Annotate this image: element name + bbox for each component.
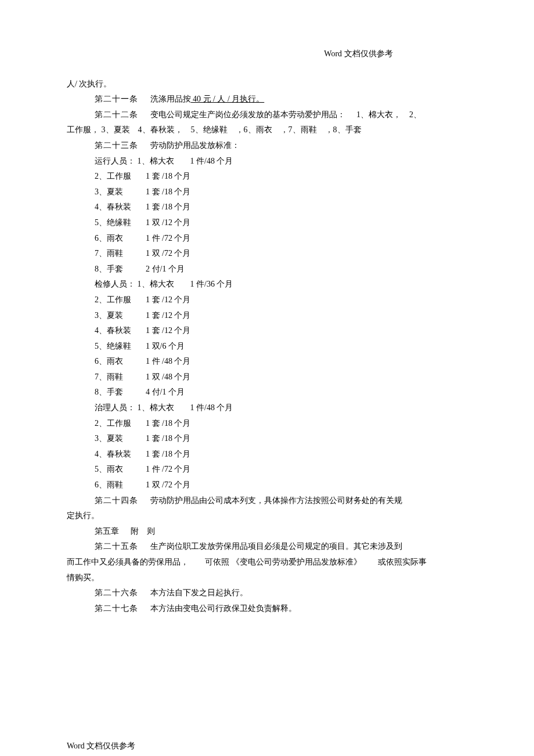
list-item: 2、工作服1 套 /12 个月 xyxy=(67,292,476,308)
item-name: 5、绝缘鞋 xyxy=(95,339,146,355)
item-qty: 1 套 /18 个月 xyxy=(146,200,190,215)
list-item: 4、春秋装1 套 /12 个月 xyxy=(67,323,476,339)
article-23: 第二十三条 劳动防护用品发放标准： xyxy=(67,138,476,154)
item-qty: 1 套 /18 个月 xyxy=(146,447,190,462)
article-number: 第二十四条 xyxy=(95,493,148,509)
item-name: 2、工作服 xyxy=(95,416,146,432)
list-item: 8、手套2 付/1 个月 xyxy=(67,262,476,277)
list-item: 6、雨衣1 件 /48 个月 xyxy=(67,354,476,370)
item-qty: 1 双 /72 个月 xyxy=(146,246,190,262)
item-qty: 1 套 /12 个月 xyxy=(146,308,190,324)
item-qty: 1 双 /12 个月 xyxy=(146,215,190,231)
article-text: 本方法自下发之日起执行。 xyxy=(150,588,248,597)
article-text-prefix: 洗涤用品按 xyxy=(150,95,191,103)
prev-line-continuation: 人/ 次执行。 xyxy=(67,77,476,92)
page-header: Word 文档仅供参考 xyxy=(67,46,476,62)
list-item: 3、夏装1 套 /18 个月 xyxy=(67,185,476,200)
list-item: 3、夏装1 套 /18 个月 xyxy=(67,431,476,447)
list-item: 6、雨衣1 件 /72 个月 xyxy=(67,231,476,247)
item-name: 5、绝缘鞋 xyxy=(95,215,146,231)
article-items-tail: 1、棉大衣， 2、 xyxy=(356,110,421,119)
document-page: Word 文档仅供参考 人/ 次执行。 第二十一条 洗涤用品按 40 元 / 人… xyxy=(0,0,534,756)
item-qty: 1 双 /48 个月 xyxy=(146,370,190,385)
list-item: 5、雨衣1 件 /72 个月 xyxy=(67,462,476,478)
item-name: 3、夏装 xyxy=(95,185,146,200)
item-name: 3、夏装 xyxy=(95,308,146,324)
list-item: 8、手套4 付/1 个月 xyxy=(67,385,476,400)
article-number: 第二十七条 xyxy=(95,601,148,617)
article-text: 本方法由变电公司行政保卫处负责解释。 xyxy=(150,604,297,613)
list-item: 5、绝缘鞋1 双/6 个月 xyxy=(67,339,476,355)
chapter-title: 附 则 xyxy=(131,527,155,536)
article-text: 劳动防护用品由公司成本列支，具体操作方法按照公司财务处的有关规 xyxy=(150,496,402,505)
item-name: 8、手套 xyxy=(95,385,146,400)
item-qty: 1 套 /12 个月 xyxy=(146,292,190,308)
page-footer: Word 文档仅供参考 xyxy=(67,739,135,754)
group-title-management: 治理人员： 1、棉大衣 1 件/48 个月 xyxy=(67,400,476,416)
item-name: 5、雨衣 xyxy=(95,462,146,478)
list-item: 2、工作服1 套 /18 个月 xyxy=(67,416,476,432)
article-22: 第二十二条 变电公司规定生产岗位必须发放的基本劳动爱护用品： 1、棉大衣， 2、 xyxy=(67,107,476,123)
item-name: 4、春秋装 xyxy=(95,323,146,339)
item-qty: 1 件 /72 个月 xyxy=(146,231,190,247)
item-qty: 4 付/1 个月 xyxy=(146,385,185,400)
list-item: 2、工作服1 套 /18 个月 xyxy=(67,169,476,185)
list-item: 4、春秋装1 套 /18 个月 xyxy=(67,447,476,462)
article-27: 第二十七条 本方法由变电公司行政保卫处负责解释。 xyxy=(67,601,476,617)
item-qty: 1 件 /48 个月 xyxy=(146,354,190,370)
article-number: 第二十六条 xyxy=(95,585,148,601)
group-title-maintenance: 检修人员： 1、棉大衣 1 件/36 个月 xyxy=(67,277,476,292)
item-name: 2、工作服 xyxy=(95,169,146,185)
group-title-operation: 运行人员： 1、棉大衣 1 件/48 个月 xyxy=(67,154,476,169)
item-qty: 1 件 /72 个月 xyxy=(146,462,190,478)
chapter-number: 第五章 xyxy=(95,527,119,536)
article-26: 第二十六条 本方法自下发之日起执行。 xyxy=(67,585,476,601)
item-qty: 2 付/1 个月 xyxy=(146,262,185,277)
article-25-cont2: 情购买。 xyxy=(67,570,476,586)
chapter-5: 第五章 附 则 xyxy=(67,524,476,540)
item-qty: 1 双/6 个月 xyxy=(146,339,185,355)
article-text: 劳动防护用品发放标准： xyxy=(150,141,240,150)
article-25: 第二十五条 生产岗位职工发放劳保用品项目必须是公司规定的项目。其它未涉及到 xyxy=(67,539,476,555)
article-21: 第二十一条 洗涤用品按 40 元 / 人 / 月执行。 xyxy=(67,92,476,107)
item-name: 2、工作服 xyxy=(95,292,146,308)
article-text: 生产岗位职工发放劳保用品项目必须是公司规定的项目。其它未涉及到 xyxy=(150,542,402,551)
item-name: 6、雨衣 xyxy=(95,231,146,247)
list-item: 7、雨鞋1 双 /48 个月 xyxy=(67,370,476,385)
article-number: 第二十一条 xyxy=(95,92,148,107)
item-name: 6、雨衣 xyxy=(95,354,146,370)
item-qty: 1 套 /18 个月 xyxy=(146,169,190,185)
item-qty: 1 套 /18 个月 xyxy=(146,185,190,200)
article-number: 第二十五条 xyxy=(95,539,148,555)
article-25-cont: 而工作中又必须具备的劳保用品， 可依照 《变电公司劳动爱护用品发放标准》 或依照… xyxy=(67,555,476,570)
item-name: 7、雨鞋 xyxy=(95,246,146,262)
list-item: 7、雨鞋1 双 /72 个月 xyxy=(67,246,476,262)
item-qty: 1 套 /18 个月 xyxy=(146,431,190,447)
item-qty: 1 套 /12 个月 xyxy=(146,323,190,339)
item-qty: 1 套 /18 个月 xyxy=(146,416,190,432)
item-name: 4、春秋装 xyxy=(95,200,146,215)
item-name: 7、雨鞋 xyxy=(95,370,146,385)
item-name: 4、春秋装 xyxy=(95,447,146,462)
list-item: 4、春秋装1 套 /18 个月 xyxy=(67,200,476,215)
article-text: 变电公司规定生产岗位必须发放的基本劳动爱护用品： xyxy=(150,110,345,119)
article-22-line2: 工作服， 3、夏装 4、春秋装， 5、绝缘鞋 ，6、雨衣 ，7、雨鞋 ，8、手套 xyxy=(67,122,476,138)
article-24: 第二十四条 劳动防护用品由公司成本列支，具体操作方法按照公司财务处的有关规 xyxy=(67,493,476,509)
article-number: 第二十二条 xyxy=(95,107,148,123)
list-item: 3、夏装1 套 /12 个月 xyxy=(67,308,476,324)
item-name: 3、夏装 xyxy=(95,431,146,447)
article-text-underline: 40 元 / 人 / 月执行。 xyxy=(191,95,265,103)
item-qty: 1 双 /72 个月 xyxy=(146,478,190,493)
article-24-cont: 定执行。 xyxy=(67,508,476,524)
item-name: 6、雨鞋 xyxy=(95,478,146,493)
list-item: 6、雨鞋1 双 /72 个月 xyxy=(67,478,476,493)
list-item: 5、绝缘鞋1 双 /12 个月 xyxy=(67,215,476,231)
item-name: 8、手套 xyxy=(95,262,146,277)
article-number: 第二十三条 xyxy=(95,138,148,154)
